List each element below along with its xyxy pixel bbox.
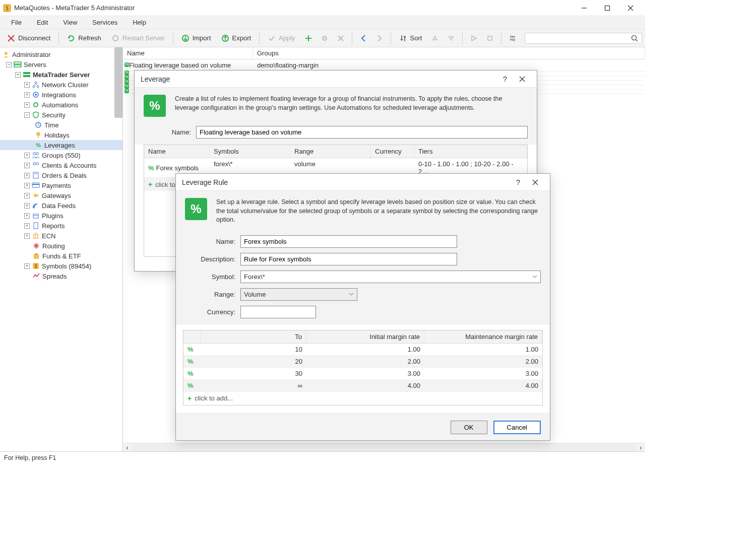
delete-button[interactable] [334,32,348,44]
expander-icon[interactable]: + [24,233,30,239]
minimize-button[interactable] [573,1,596,16]
search-input[interactable] [528,34,631,42]
sort-down-button[interactable] [444,33,458,44]
svg-point-38 [34,103,38,107]
column-groups[interactable]: Groups [253,47,645,59]
scroll-right[interactable]: › [637,443,645,452]
help-button[interactable]: ? [496,72,514,87]
tree-plugins[interactable]: +Plugins [0,211,122,221]
rule-name-input[interactable] [240,235,457,248]
refresh-button[interactable]: Refresh [63,32,105,44]
gear-button[interactable] [318,32,332,44]
menu-help[interactable]: Help [125,17,153,28]
tree-datafeeds[interactable]: +Data Feeds [0,200,122,211]
export-button[interactable]: Export [217,32,256,44]
settings-button[interactable] [506,32,520,44]
tier-row[interactable]: % 30 3.00 3.00 [183,368,542,380]
expander-icon[interactable]: + [24,82,30,88]
close-button[interactable] [527,175,544,190]
tier-row[interactable]: % ∞ 4.00 4.00 [183,380,542,392]
tree-integrations[interactable]: +Integrations [0,90,122,100]
col-to[interactable]: To [201,330,306,343]
import-button[interactable]: Import [177,32,215,44]
add-tier-row[interactable]: + click to add... [183,392,542,405]
tree-leverages[interactable]: %Leverages [0,140,122,150]
currency-input[interactable] [240,306,316,318]
menu-view[interactable]: View [56,17,84,28]
tree-network[interactable]: +Network Cluster [0,80,122,90]
expander-icon[interactable]: + [24,213,30,219]
forward-button[interactable] [372,32,387,44]
menu-services[interactable]: Services [85,17,124,28]
expander-icon[interactable]: + [24,183,30,188]
tree-routing[interactable]: Routing [0,241,122,251]
maximize-button[interactable] [596,1,619,16]
play-button[interactable] [467,33,481,44]
tree-holidays[interactable]: Holidays [0,130,122,140]
apply-button[interactable]: Apply [264,32,299,44]
expander-icon[interactable]: − [24,112,30,118]
stop-button[interactable] [483,33,497,44]
tree-time[interactable]: Time [0,120,122,130]
rule-name-field: Name: [176,233,541,250]
expander-icon[interactable]: + [24,223,30,229]
sort-button[interactable]: Sort [395,32,426,44]
tree-ecn[interactable]: +ECN [0,231,122,241]
expander-icon[interactable]: + [24,193,30,198]
tree-symbols[interactable]: +$Symbols (89454) [0,261,122,271]
column-name[interactable]: Name [123,47,253,59]
add-button[interactable] [301,32,316,44]
ok-button[interactable]: OK [451,421,487,434]
expander-icon[interactable]: + [24,153,30,158]
tree-clients[interactable]: +Clients & Accounts [0,160,122,170]
expander-icon[interactable]: − [15,72,21,78]
tree-automations[interactable]: +Automations [0,100,122,110]
symbol-combo[interactable]: Forex\* [240,270,541,283]
search-icon [631,34,639,42]
expander-icon[interactable]: + [24,203,30,209]
col-maint[interactable]: Maintenance margin rate [424,330,542,343]
clients-icon [32,161,40,169]
restart-button[interactable]: Restart Server [107,32,169,44]
scrollbar-thumb[interactable] [114,47,122,118]
scroll-left[interactable]: ‹ [123,443,132,452]
expander-icon[interactable]: − [6,62,12,67]
horizontal-scrollbar[interactable]: ‹ › [123,443,645,451]
sort-icon [399,34,407,42]
tree-spreads[interactable]: Spreads [0,271,122,281]
range-select[interactable]: Volume [240,288,357,301]
expander-icon[interactable]: + [24,163,30,168]
tree-groups[interactable]: +Groups (550) [0,150,122,160]
tree-orders[interactable]: +Orders & Deals [0,170,122,180]
separator [391,32,391,44]
name-input[interactable] [196,126,528,139]
expander-icon[interactable]: + [24,102,30,108]
help-button[interactable]: ? [510,175,527,190]
tier-row[interactable]: % 20 2.00 2.00 [183,356,542,368]
svg-rect-27 [14,62,21,64]
expander-icon[interactable]: + [24,92,30,98]
tree-security[interactable]: −Security [0,110,122,120]
rule-desc-input[interactable] [240,253,457,265]
disconnect-button[interactable]: Disconnect [3,32,54,44]
tree-reports[interactable]: +Reports [0,221,122,231]
tree-servers[interactable]: −Servers [0,59,122,70]
expander-icon[interactable]: + [24,263,30,269]
tier-row[interactable]: % 10 1.00 1.00 [183,344,542,356]
close-button[interactable] [514,72,531,87]
tree-funds[interactable]: Funds & ETF [0,251,122,261]
tree-payments[interactable]: +Payments [0,180,122,190]
sort-up-button[interactable] [428,33,442,44]
menu-file[interactable]: File [4,17,29,28]
rss-icon [32,201,40,210]
back-button[interactable] [356,32,370,44]
close-button[interactable] [619,1,642,16]
search-box[interactable] [525,33,642,44]
tree-gateways[interactable]: +Gateways [0,190,122,200]
tree-server[interactable]: −MetaTrader Server [0,70,122,80]
menu-edit[interactable]: Edit [30,17,55,28]
tree-root[interactable]: Administrator [0,49,122,59]
expander-icon[interactable]: + [24,173,30,178]
col-initial[interactable]: Initial margin rate [306,330,424,343]
cancel-button[interactable]: Cancel [493,421,541,434]
